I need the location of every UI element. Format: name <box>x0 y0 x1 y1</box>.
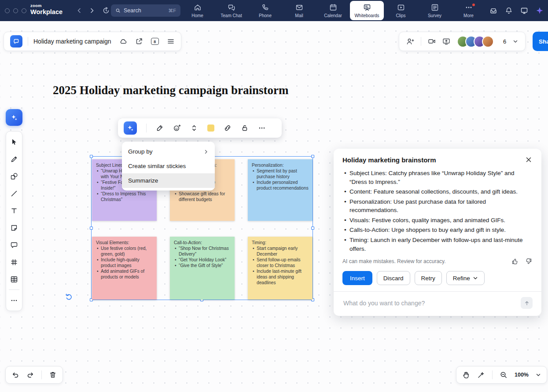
send-button[interactable] <box>521 297 533 309</box>
refine-button[interactable]: Refine <box>446 271 485 285</box>
text-tool[interactable] <box>6 202 22 219</box>
survey-icon <box>431 4 439 11</box>
top-right-icons <box>489 0 544 21</box>
video-camera-icon[interactable] <box>428 37 436 45</box>
sticky-title: Personalization: <box>252 162 309 168</box>
tab-mail[interactable]: Mail <box>282 0 316 21</box>
sticky-note-personalization[interactable]: Personalization: Segment list by past pu… <box>248 159 313 221</box>
export-icon[interactable] <box>135 37 143 45</box>
close-icon[interactable] <box>525 156 533 164</box>
tab-more[interactable]: More <box>452 0 485 21</box>
history-icon[interactable] <box>102 7 110 15</box>
window-controls <box>5 0 26 21</box>
top-bar: zoom Workplace Search ⌘F Home Team Chat <box>0 0 548 21</box>
ai-companion-button[interactable] <box>124 121 137 135</box>
minimize-window-button[interactable] <box>13 8 18 13</box>
fill-color-swatch[interactable] <box>207 125 214 132</box>
frame-icon <box>10 258 18 266</box>
link-icon[interactable] <box>224 124 232 132</box>
sticky-note-timing[interactable]: Timing: Start campaign early December Se… <box>248 237 313 300</box>
chevron-down-icon[interactable] <box>513 39 518 44</box>
search-label: Search <box>124 7 141 14</box>
frames-count-badge[interactable]: 8 <box>151 38 159 45</box>
board-heading-text[interactable]: 2025 Holiday marketing campaign brainsto… <box>53 84 289 97</box>
sticky-title: Call-to-Action: <box>174 240 231 245</box>
participant-avatars[interactable] <box>457 36 494 48</box>
add-collaborator-icon[interactable] <box>406 37 414 45</box>
selection-handle[interactable] <box>90 155 93 158</box>
phone-icon <box>261 4 269 11</box>
selection-toolbar <box>118 118 282 138</box>
draw-tool[interactable] <box>6 150 22 168</box>
whiteboard-app-icon[interactable] <box>10 35 22 48</box>
redo-icon[interactable] <box>26 371 34 379</box>
pencil-icon <box>10 155 18 163</box>
add-reaction-icon[interactable] <box>173 124 181 132</box>
selection-handle[interactable] <box>311 227 314 230</box>
undo-icon[interactable] <box>11 371 19 379</box>
top-nav: Home Team Chat Phone Mail Calendar White… <box>180 0 485 21</box>
notifications-bell-icon[interactable] <box>505 7 513 15</box>
sticky-note-tool[interactable] <box>6 219 22 236</box>
board-menu-icon[interactable] <box>167 37 175 45</box>
tab-whiteboards[interactable]: Whiteboards <box>350 1 384 20</box>
ai-companion-rail-button[interactable] <box>6 109 22 126</box>
shapes-tool[interactable] <box>6 168 22 185</box>
history-nav <box>77 0 110 21</box>
board-title[interactable]: Holiday marketing campaign <box>33 38 111 45</box>
discard-button[interactable]: Discard <box>377 271 410 285</box>
tab-team-chat[interactable]: Team Chat <box>214 0 248 21</box>
ai-sparkle-icon <box>10 114 18 121</box>
share-button[interactable]: Share <box>533 32 548 51</box>
close-window-button[interactable] <box>5 8 10 13</box>
style-pen-icon[interactable] <box>156 124 164 132</box>
line-tool[interactable] <box>6 185 22 202</box>
frame-tool[interactable] <box>6 253 22 271</box>
tab-calendar[interactable]: Calendar <box>316 0 350 21</box>
refine-input[interactable] <box>342 299 516 307</box>
sticky-bullet: Add animated GIFs of products or models <box>96 268 153 280</box>
sticky-note-visual-elements[interactable]: Visual Elements: Use festive colors (red… <box>92 237 157 300</box>
insert-button[interactable]: Insert <box>342 271 372 285</box>
tab-phone[interactable]: Phone <box>248 0 282 21</box>
chevron-down-icon[interactable] <box>536 372 541 377</box>
zoom-level[interactable]: 100% <box>515 372 529 378</box>
ai-companion-icon[interactable] <box>536 7 544 15</box>
sticky-bullet: “Shop Now for Christmas Delivery” <box>174 245 231 257</box>
cloud-sync-icon[interactable] <box>119 37 127 45</box>
comment-tool[interactable] <box>6 236 22 253</box>
more-tools[interactable] <box>6 292 22 309</box>
trash-icon[interactable] <box>49 371 57 379</box>
thumbs-up-icon[interactable] <box>511 257 519 265</box>
menu-item-create-similar-stickies[interactable]: Create similar stickies <box>122 159 215 173</box>
select-tool[interactable] <box>6 133 22 150</box>
table-tool[interactable] <box>6 271 22 288</box>
selection-handle[interactable] <box>311 155 314 158</box>
tab-clips[interactable]: Clips <box>384 0 418 21</box>
pan-hand-icon[interactable] <box>462 371 470 379</box>
tab-home[interactable]: Home <box>180 0 214 21</box>
thumbs-down-icon[interactable] <box>525 257 533 265</box>
tab-survey[interactable]: Survey <box>418 0 452 21</box>
display-icon[interactable] <box>520 7 528 15</box>
screen-share-icon[interactable] <box>442 37 450 45</box>
hub-icon[interactable] <box>489 7 497 15</box>
zoom-out-icon[interactable] <box>500 371 508 379</box>
laser-pointer-icon[interactable] <box>477 371 485 379</box>
forward-icon[interactable] <box>89 8 95 13</box>
sticky-bullet: Include last-minute gift ideas and shipp… <box>252 268 309 286</box>
zoom-window-button[interactable] <box>22 8 26 13</box>
back-icon[interactable] <box>77 8 82 13</box>
menu-item-group-by[interactable]: Group by <box>122 144 215 159</box>
selection-handle[interactable] <box>90 227 93 230</box>
avatar <box>482 36 494 48</box>
zoom-workplace-window: zoom Workplace Search ⌘F Home Team Chat <box>0 0 548 392</box>
retry-button[interactable]: Retry <box>415 271 442 285</box>
ai-sparkle-icon <box>126 124 134 132</box>
arrange-order-icon[interactable] <box>190 124 198 132</box>
menu-item-summarize[interactable]: Summarize <box>122 173 215 188</box>
sticky-note-call-to-action[interactable]: Call-to-Action: “Shop Now for Christmas … <box>170 237 235 300</box>
global-search[interactable]: Search ⌘F <box>111 4 180 17</box>
unlock-icon[interactable] <box>241 124 249 132</box>
more-options-icon[interactable] <box>258 124 266 132</box>
